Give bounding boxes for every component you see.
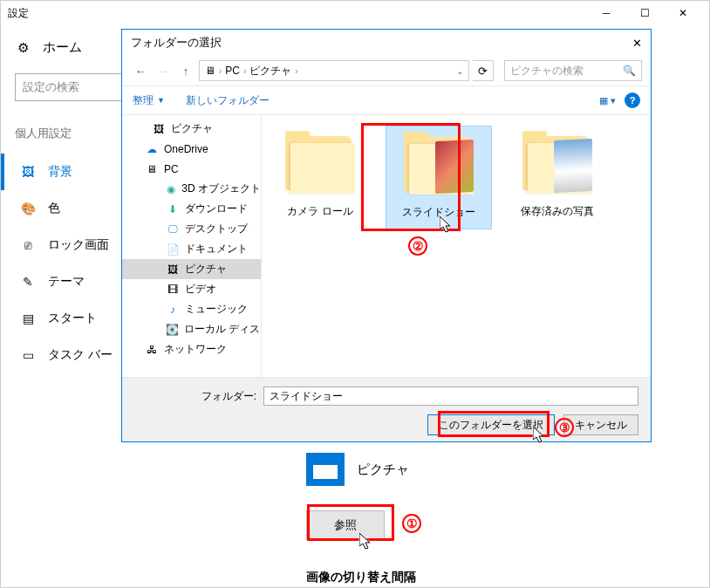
pc-icon: 🖥 xyxy=(145,162,159,176)
music-icon: ♪ xyxy=(166,303,180,317)
document-icon: 📄 xyxy=(166,243,180,256)
breadcrumb[interactable]: 🖥 › PC › ピクチャ › ⌄ xyxy=(199,60,469,81)
interval-label: 画像の切り替え間隔 xyxy=(306,570,709,585)
taskbar-icon: ▭ xyxy=(20,347,36,363)
desktop-icon: 🖵 xyxy=(166,222,180,236)
download-icon: ⬇ xyxy=(166,202,180,216)
tree-item-onedrive[interactable]: ☁OneDrive xyxy=(122,139,261,159)
picture-icon: 🖼 xyxy=(20,164,36,180)
dialog-search[interactable]: ピクチャの検索 🔍 xyxy=(504,60,642,81)
theme-icon: ✎ xyxy=(20,274,36,290)
breadcrumb-pictures[interactable]: ピクチャ xyxy=(249,64,291,79)
search-icon: 🔍 xyxy=(623,65,636,77)
folder-content[interactable]: カメラ ロール スライドショー 保存済みの写真 xyxy=(262,115,651,377)
dialog-navbar: ← → ↑ 🖥 › PC › ピクチャ › ⌄ ⟳ ピクチャの検索 🔍 xyxy=(122,56,651,85)
folder-name-input[interactable] xyxy=(263,386,638,406)
pictures-icon: 🖼 xyxy=(152,122,166,136)
chevron-down-icon[interactable]: ⌄ xyxy=(456,66,463,76)
chevron-right-icon: › xyxy=(295,66,297,76)
current-folder-panel: ピクチャ xyxy=(306,453,709,486)
tree-item-pictures[interactable]: 🖼ピクチャ xyxy=(122,119,261,139)
start-icon: ▤ xyxy=(20,311,36,326)
search-placeholder: 設定の検索 xyxy=(23,79,79,95)
pc-icon: 🖥 xyxy=(205,65,215,77)
select-folder-button[interactable]: このフォルダーを選択 xyxy=(427,414,555,435)
3d-icon: ◉ xyxy=(166,182,176,196)
up-button[interactable]: ↑ xyxy=(176,61,195,80)
help-icon[interactable]: ? xyxy=(625,92,640,108)
tree-item-music[interactable]: ♪ミュージック xyxy=(122,299,261,319)
pictures-icon: 🖼 xyxy=(166,263,180,277)
breadcrumb-pc[interactable]: PC xyxy=(225,65,240,77)
forward-button[interactable]: → xyxy=(154,61,173,80)
folder-icon xyxy=(400,132,477,200)
dialog-footer: フォルダー: このフォルダーを選択 キャンセル xyxy=(122,377,651,441)
back-button[interactable]: ← xyxy=(131,61,150,80)
tree-item-documents[interactable]: 📄ドキュメント xyxy=(122,239,261,259)
folder-icon xyxy=(282,131,358,199)
folder-tree[interactable]: 🖼ピクチャ ☁OneDrive 🖥PC ◉3D オブジェクト ⬇ダウンロード 🖵… xyxy=(122,115,262,377)
current-folder-label: ピクチャ xyxy=(357,462,409,478)
lockscreen-icon: ⎚ xyxy=(20,237,36,253)
new-folder-button[interactable]: 新しいフォルダー xyxy=(186,93,270,108)
close-button[interactable]: ✕ xyxy=(664,1,702,25)
video-icon: 🎞 xyxy=(166,283,180,297)
gear-icon: ⚙ xyxy=(15,40,31,56)
tree-item-local-disk[interactable]: 💽ローカル ディスク (C xyxy=(122,319,261,339)
palette-icon: 🎨 xyxy=(20,201,36,216)
disk-icon: 💽 xyxy=(166,323,179,337)
refresh-button[interactable]: ⟳ xyxy=(473,60,494,81)
folder-picker-dialog: フォルダーの選択 ✕ ← → ↑ 🖥 › PC › ピクチャ › ⌄ ⟳ ピクチ… xyxy=(121,29,652,442)
folder-slideshow[interactable]: スライドショー xyxy=(386,126,492,229)
tree-item-videos[interactable]: 🎞ビデオ xyxy=(122,279,261,299)
settings-titlebar: 設定 ─ ☐ ✕ xyxy=(1,1,709,25)
maximize-button[interactable]: ☐ xyxy=(625,1,664,25)
onedrive-icon: ☁ xyxy=(145,142,159,156)
dialog-titlebar: フォルダーの選択 ✕ xyxy=(122,30,651,56)
dialog-toolbar: 整理 ▼ 新しいフォルダー ▦ ▾ ? xyxy=(122,85,651,115)
chevron-right-icon: › xyxy=(219,66,222,76)
tree-item-pc[interactable]: 🖥PC xyxy=(122,159,261,179)
home-label: ホーム xyxy=(43,39,82,56)
search-placeholder: ピクチャの検索 xyxy=(510,64,584,79)
folder-saved-pictures[interactable]: 保存済みの写真 xyxy=(504,126,611,228)
folder-camera-roll[interactable]: カメラ ロール xyxy=(267,126,373,228)
folder-thumb-icon xyxy=(306,453,345,486)
tree-item-3d-objects[interactable]: ◉3D オブジェクト xyxy=(122,179,261,199)
folder-field-label: フォルダー: xyxy=(134,389,256,404)
view-menu[interactable]: ▦ ▾ xyxy=(599,95,616,106)
dialog-close-button[interactable]: ✕ xyxy=(632,37,642,50)
dialog-title: フォルダーの選択 xyxy=(131,35,222,51)
tree-item-network[interactable]: 🖧ネットワーク xyxy=(122,339,261,359)
settings-search[interactable]: 設定の検索 xyxy=(15,73,137,101)
folder-icon xyxy=(519,131,596,199)
browse-button[interactable]: 参照 xyxy=(306,510,385,540)
tree-item-desktop[interactable]: 🖵デスクトップ xyxy=(122,219,261,239)
tree-item-pictures-sub[interactable]: 🖼ピクチャ xyxy=(122,259,261,279)
settings-title: 設定 xyxy=(8,6,29,21)
network-icon: 🖧 xyxy=(145,343,159,357)
chevron-down-icon: ▼ xyxy=(157,96,165,105)
minimize-button[interactable]: ─ xyxy=(587,1,625,25)
tree-item-downloads[interactable]: ⬇ダウンロード xyxy=(122,199,261,219)
cancel-button[interactable]: キャンセル xyxy=(563,414,638,435)
organize-menu[interactable]: 整理 ▼ xyxy=(133,93,165,108)
chevron-right-icon: › xyxy=(243,66,246,76)
